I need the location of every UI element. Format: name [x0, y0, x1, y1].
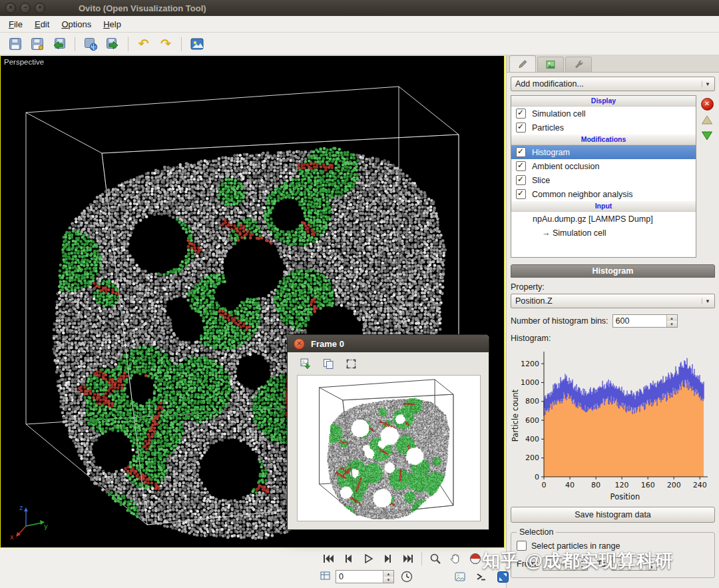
checkbox[interactable] [516, 147, 526, 157]
auto-crop-button[interactable] [344, 357, 358, 370]
bins-down-button[interactable]: ▼ [667, 321, 677, 327]
bins-value[interactable]: 600 [613, 315, 666, 327]
pipeline-item-simulation-cell[interactable]: Simulation cell [511, 107, 696, 121]
save-histogram-data-button[interactable]: Save histogram data [511, 507, 715, 523]
pan-mode-button[interactable] [447, 551, 464, 567]
svg-text:80: 80 [591, 481, 600, 489]
item-label: Particles [532, 123, 564, 133]
svg-text:Position: Position [610, 492, 640, 501]
menu-edit[interactable]: Edit [29, 17, 55, 31]
frame-render-window[interactable]: ✕ Frame 0 [287, 334, 489, 530]
checkbox[interactable] [516, 123, 526, 133]
open-state-button[interactable] [5, 35, 25, 53]
menu-help[interactable]: Help [97, 17, 127, 31]
previous-frame-icon [343, 553, 354, 565]
frame-window-close-button[interactable]: ✕ [294, 338, 305, 350]
move-modifier-down-button[interactable] [701, 130, 713, 141]
bins-up-button[interactable]: ▲ [667, 315, 677, 321]
goto-start-button[interactable] [320, 551, 337, 567]
pipeline-item-input-file[interactable]: npAu.dump.gz [LAMMPS Dump] [511, 212, 696, 226]
viewport-caption[interactable]: Perspective [4, 58, 44, 66]
toolbar-separator [181, 37, 182, 51]
item-label: Histogram [532, 148, 570, 157]
histogram-chart: 02004006008001000120004080120160200240Po… [511, 348, 715, 504]
bins-spinbox[interactable]: 600 ▲▼ [612, 314, 678, 328]
rendered-frame-canvas [298, 377, 479, 519]
svg-text:Particle count: Particle count [511, 389, 520, 441]
play-animation-button[interactable] [360, 551, 377, 567]
render-viewport-button[interactable] [187, 35, 207, 53]
export-file-icon [105, 37, 120, 51]
pencil-icon [517, 59, 528, 69]
menu-file[interactable]: File [3, 17, 29, 31]
pipeline-item-histogram[interactable]: Histogram [511, 145, 696, 159]
animation-toolbar: 0 ▲▼ [0, 548, 506, 588]
save-image-button[interactable] [298, 357, 313, 370]
move-modifier-up-button[interactable] [701, 115, 713, 126]
goto-end-button[interactable] [399, 551, 417, 567]
svg-text:800: 800 [525, 397, 539, 406]
redo-button[interactable]: ↷ [156, 35, 176, 53]
previous-frame-button[interactable] [340, 551, 357, 567]
checkbox[interactable] [516, 189, 526, 199]
toolbar-separator [75, 37, 75, 51]
pipeline-item-slice[interactable]: Slice [511, 173, 696, 187]
ovito-application-window: × − + Ovito (Open Visualization Tool) Fi… [0, 0, 719, 588]
rendered-frame-image [297, 375, 481, 521]
current-frame-spinbox[interactable]: 0 ▲▼ [336, 570, 394, 583]
frame-window-toolbar [288, 352, 489, 373]
modifier-panel-title[interactable]: Histogram [511, 264, 715, 278]
render-viewport-icon [190, 37, 204, 51]
copy-image-button[interactable] [321, 357, 336, 370]
property-value: Position.Z [515, 296, 702, 306]
tab-modify[interactable] [509, 55, 536, 72]
pipeline-item-common-neighbor-analysis[interactable]: Common neighbor analysis [511, 187, 696, 201]
frame-down-button[interactable]: ▼ [383, 577, 393, 583]
pipeline-item-ambient-occlusion[interactable]: Ambient occlusion [511, 159, 696, 173]
minimize-window-button[interactable]: − [20, 3, 31, 13]
svg-text:40: 40 [565, 481, 575, 489]
chevron-down-icon: ▼ [702, 298, 713, 304]
svg-text:160: 160 [641, 481, 655, 489]
chevron-down-icon: ▼ [702, 81, 713, 87]
menu-options[interactable]: Options [55, 17, 97, 31]
current-frame-value[interactable]: 0 [336, 571, 383, 583]
auto-crop-icon [345, 358, 358, 370]
maximize-window-button[interactable]: + [35, 3, 45, 13]
animation-settings-button[interactable] [398, 569, 415, 585]
import-file-button[interactable] [49, 35, 69, 53]
pipeline-item-particles[interactable]: Particles [511, 121, 696, 135]
save-state-button[interactable] [27, 35, 47, 53]
pipeline-list[interactable]: Display Simulation cell Particles Modifi… [511, 95, 696, 258]
checkbox[interactable] [516, 175, 526, 185]
property-dropdown[interactable]: Position.Z ▼ [511, 294, 715, 308]
export-file-button[interactable] [103, 35, 122, 53]
picture-icon [454, 571, 466, 583]
frame-window-titlebar[interactable]: ✕ Frame 0 [288, 335, 489, 352]
add-modification-dropdown[interactable]: Add modification... ▼ [511, 77, 715, 91]
titlebar[interactable]: × − + Ovito (Open Visualization Tool) [0, 0, 719, 16]
tab-utilities[interactable] [565, 57, 592, 72]
command-panel-tabs [507, 55, 719, 73]
wrench-icon [573, 59, 584, 70]
item-label: → Simulation cell [542, 228, 606, 238]
play-icon [362, 553, 374, 565]
svg-text:0: 0 [535, 473, 539, 481]
item-label: Ambient occlusion [532, 162, 599, 171]
pipeline-item-input-simulation-cell[interactable]: → Simulation cell [511, 226, 696, 240]
import-remote-file-button[interactable] [81, 35, 101, 53]
frame-up-button[interactable]: ▲ [383, 571, 393, 577]
zoom-mode-button[interactable] [427, 551, 444, 567]
section-header-input: Input [511, 201, 696, 212]
perspective-viewport[interactable]: Perspective ✕ Frame 0 [0, 55, 505, 548]
checkbox[interactable] [516, 109, 526, 119]
undo-button[interactable]: ↶ [134, 35, 154, 53]
delete-modifier-button[interactable]: ✕ [701, 98, 714, 111]
next-frame-button[interactable] [379, 551, 397, 567]
tab-render[interactable] [537, 57, 564, 72]
preview-frame-button[interactable] [451, 569, 469, 585]
checkbox[interactable] [516, 161, 526, 171]
redo-icon: ↷ [160, 37, 171, 50]
close-window-button[interactable]: × [5, 3, 16, 13]
frame-indicator-icon [320, 570, 332, 584]
